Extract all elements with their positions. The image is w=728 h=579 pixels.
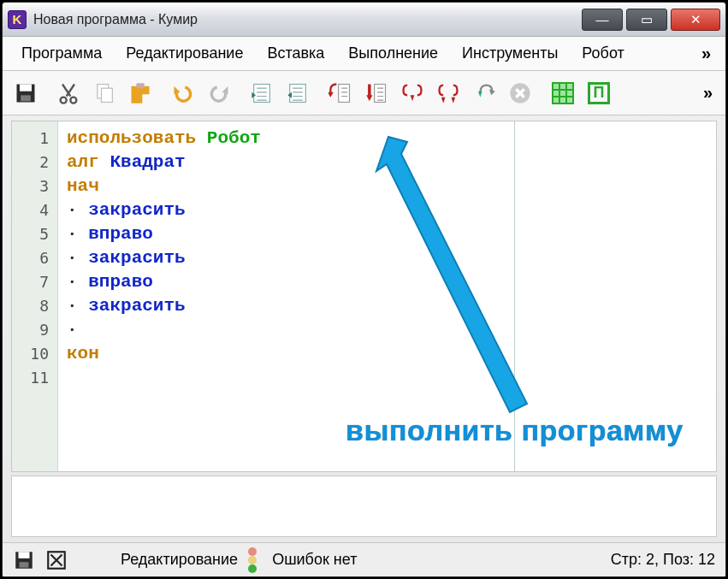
gutter-line: 4 bbox=[12, 198, 49, 222]
outdent-button[interactable] bbox=[280, 75, 316, 111]
svg-rect-9 bbox=[290, 84, 306, 102]
gutter-line: 10 bbox=[12, 342, 49, 366]
code-area[interactable]: использовать Роботалг Квадратнач· закрас… bbox=[58, 121, 514, 471]
status-save-icon[interactable] bbox=[13, 549, 35, 571]
step-loop1-icon bbox=[400, 81, 424, 105]
svg-rect-6 bbox=[102, 88, 113, 102]
status-close-icon[interactable] bbox=[45, 549, 68, 571]
save-button[interactable] bbox=[8, 75, 44, 111]
statusbar: Редактирование Ошибок нет Стр: 2, Поз: 1… bbox=[3, 542, 725, 576]
code-line[interactable]: использовать Робот bbox=[67, 127, 514, 151]
menu-tools[interactable]: Инструменты bbox=[450, 39, 570, 68]
workarea: 1234567891011 использовать Роботалг Квад… bbox=[11, 121, 717, 472]
redo-button[interactable] bbox=[201, 75, 237, 111]
field-grid-icon bbox=[552, 82, 574, 104]
gutter: 1234567891011 bbox=[12, 121, 58, 471]
toolbar: П » bbox=[3, 71, 725, 115]
gutter-line: 11 bbox=[12, 366, 49, 390]
maximize-button[interactable]: ▭ bbox=[626, 9, 667, 31]
maximize-icon: ▭ bbox=[641, 12, 653, 27]
copy-button[interactable] bbox=[86, 75, 122, 111]
svg-point-3 bbox=[61, 97, 67, 103]
run-icon bbox=[472, 81, 496, 105]
close-button[interactable]: ✕ bbox=[671, 9, 720, 31]
step-over-button[interactable] bbox=[358, 75, 394, 111]
step-loop2-button[interactable] bbox=[430, 75, 466, 111]
stop-icon bbox=[508, 81, 532, 105]
outdent-icon bbox=[286, 81, 310, 105]
menubar: Программа Редактирование Вставка Выполне… bbox=[3, 37, 725, 71]
redo-icon bbox=[207, 81, 231, 105]
indent-icon bbox=[250, 81, 274, 105]
window: K Новая программа - Кумир — ▭ ✕ Программ… bbox=[2, 2, 726, 577]
step-into-icon bbox=[328, 81, 352, 105]
output-panel[interactable] bbox=[11, 476, 717, 537]
menu-execute[interactable]: Выполнение bbox=[336, 39, 450, 68]
status-cursor: Стр: 2, Поз: 12 bbox=[611, 551, 715, 569]
traffic-light-icon bbox=[248, 547, 262, 573]
gutter-line: 1 bbox=[12, 127, 49, 151]
step-into-button[interactable] bbox=[323, 75, 358, 111]
toolbar-overflow[interactable]: » bbox=[696, 80, 720, 106]
gutter-line: 2 bbox=[12, 151, 49, 174]
svg-rect-2 bbox=[21, 95, 31, 101]
gutter-line: 9 bbox=[12, 318, 49, 342]
code-editor[interactable]: 1234567891011 использовать Роботалг Квад… bbox=[12, 121, 515, 471]
step-loop1-button[interactable] bbox=[394, 75, 430, 111]
undo-button[interactable] bbox=[165, 75, 201, 111]
svg-rect-16 bbox=[20, 562, 29, 568]
status-errors: Ошибок нет bbox=[272, 551, 357, 569]
pi-icon: П bbox=[588, 82, 610, 104]
gutter-line: 3 bbox=[12, 174, 49, 198]
code-line[interactable]: · закрасить bbox=[67, 198, 514, 222]
window-title: Новая программа - Кумир bbox=[33, 12, 578, 27]
menu-insert[interactable]: Вставка bbox=[255, 39, 336, 68]
paste-button[interactable] bbox=[122, 75, 158, 111]
cut-button[interactable] bbox=[50, 75, 86, 111]
code-line[interactable] bbox=[67, 366, 514, 390]
code-line[interactable]: алг Квадрат bbox=[67, 151, 514, 174]
svg-rect-11 bbox=[375, 84, 386, 102]
code-line[interactable]: · вправо bbox=[67, 222, 514, 246]
gutter-line: 7 bbox=[12, 270, 49, 294]
field-grid-button[interactable] bbox=[545, 75, 581, 111]
svg-rect-10 bbox=[339, 84, 350, 102]
undo-icon bbox=[171, 81, 195, 105]
app-icon: K bbox=[8, 10, 27, 29]
side-panel bbox=[515, 121, 716, 471]
stop-button[interactable] bbox=[502, 75, 538, 111]
code-line[interactable]: · bbox=[67, 318, 514, 342]
svg-rect-8 bbox=[254, 84, 270, 102]
code-line[interactable]: · вправо bbox=[67, 270, 514, 294]
indent-button[interactable] bbox=[244, 75, 280, 111]
step-loop2-icon bbox=[436, 81, 460, 105]
step-over-icon bbox=[364, 81, 388, 105]
svg-point-4 bbox=[70, 97, 76, 103]
pi-button[interactable]: П bbox=[581, 75, 617, 111]
gutter-line: 6 bbox=[12, 246, 49, 270]
svg-rect-1 bbox=[20, 84, 32, 91]
paste-icon bbox=[128, 81, 152, 105]
menu-overflow[interactable]: » bbox=[695, 40, 719, 67]
gutter-line: 8 bbox=[12, 294, 49, 318]
minimize-icon: — bbox=[596, 12, 609, 27]
code-line[interactable]: · закрасить bbox=[67, 246, 514, 270]
menu-robot[interactable]: Робот bbox=[570, 39, 636, 68]
code-line[interactable]: кон bbox=[67, 342, 514, 366]
gutter-line: 5 bbox=[12, 222, 49, 246]
menu-edit[interactable]: Редактирование bbox=[114, 39, 255, 68]
run-button[interactable] bbox=[466, 75, 502, 111]
code-line[interactable]: · закрасить bbox=[67, 294, 514, 318]
svg-rect-7 bbox=[136, 83, 144, 88]
copy-icon bbox=[92, 81, 116, 105]
titlebar[interactable]: K Новая программа - Кумир — ▭ ✕ bbox=[3, 3, 725, 37]
code-line[interactable]: нач bbox=[67, 174, 514, 198]
minimize-button[interactable]: — bbox=[582, 9, 623, 31]
menu-program[interactable]: Программа bbox=[9, 39, 114, 68]
close-icon: ✕ bbox=[690, 12, 701, 27]
save-icon bbox=[14, 81, 38, 105]
svg-rect-15 bbox=[19, 552, 30, 558]
status-mode: Редактирование bbox=[121, 551, 238, 569]
cut-icon bbox=[56, 81, 80, 105]
